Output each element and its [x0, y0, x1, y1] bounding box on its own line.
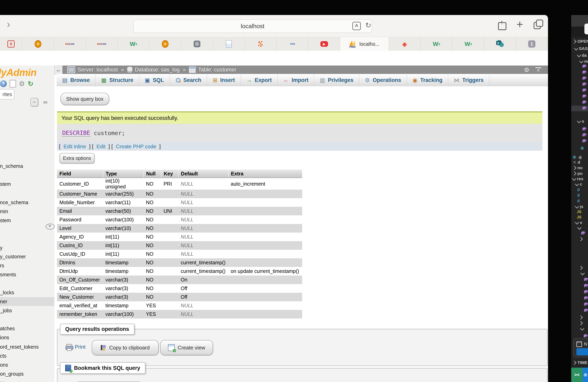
sidebar-item[interactable]: y — [0, 243, 54, 252]
sidebar-item[interactable]: nce_schema — [0, 198, 54, 207]
sidebar-item-selected[interactable]: ner — [0, 297, 54, 306]
explorer-row-sas-[interactable]: SAS- — [571, 46, 588, 51]
explorer-row[interactable] — [571, 76, 588, 81]
back-button[interactable]: ← — [54, 66, 63, 74]
explorer-row[interactable]: JS — [571, 209, 588, 215]
sidebar-item[interactable]: _locks — [0, 288, 54, 297]
sidebar-item[interactable]: on_groups — [0, 369, 54, 378]
explorer-row[interactable] — [571, 230, 588, 236]
explorer-row-d[interactable]: ≡d — [571, 159, 588, 165]
explorer-row[interactable] — [571, 64, 588, 69]
show-query-box-button[interactable]: Show query box — [60, 93, 109, 105]
browser-tab[interactable]: W3 — [118, 37, 149, 51]
explorer-row[interactable] — [571, 308, 588, 313]
pma-tab-operations[interactable]: ⚙Operations — [359, 74, 407, 86]
link-create-php-code[interactable]: Create PHP code — [116, 143, 156, 150]
explorer-row-s[interactable]: s — [571, 118, 588, 124]
new-tab-icon[interactable]: + — [516, 19, 523, 29]
explorer-row[interactable] — [571, 277, 588, 283]
translate-icon[interactable]: A — [352, 22, 361, 30]
sidebar-item[interactable]: rs — [0, 261, 54, 270]
explorer-row[interactable] — [571, 289, 588, 295]
forward-button[interactable]: › — [7, 18, 10, 30]
pma-tab-sql[interactable]: ▣SQL — [139, 74, 170, 86]
pma-tab-export[interactable]: →Export — [241, 74, 278, 86]
browser-tab[interactable] — [22, 37, 54, 51]
explorer-row[interactable]: # — [571, 198, 588, 204]
sidebar-item[interactable]: stem — [0, 180, 54, 188]
explorer-row-js[interactable]: js — [571, 204, 588, 209]
browser-tab-active[interactable]: PMAlocalho... — [340, 37, 389, 51]
sidebar-item[interactable]: min — [0, 207, 54, 216]
browser-tab[interactable]: SASLOG — [54, 37, 86, 51]
explorer-row-pu[interactable]: pu — [571, 171, 588, 176]
browser-tab[interactable]: ◈ — [389, 37, 420, 51]
browser-tab[interactable]: SASLOG — [86, 37, 118, 51]
browser-tab[interactable]: W3 — [452, 37, 484, 51]
explorer-row[interactable] — [571, 270, 588, 276]
browser-tab[interactable]: W3 — [420, 37, 452, 51]
explorer-row[interactable] — [571, 133, 588, 138]
sidebar-item[interactable]: y_customer — [0, 252, 54, 261]
breadcrumb-segment[interactable]: Table: customer — [189, 67, 236, 73]
explorer-row[interactable] — [571, 94, 588, 99]
explorer-row-time[interactable]: TIME — [571, 360, 588, 365]
explorer-row-da[interactable]: da — [571, 53, 588, 58]
copy-to-clipboard-button[interactable]: Copy to clipboard — [92, 340, 159, 355]
explorer-row[interactable] — [571, 138, 588, 144]
pma-tab-search[interactable]: Search — [170, 74, 207, 86]
problems-status-badge[interactable]: ⊗ — [583, 368, 588, 382]
explorer-row[interactable] — [571, 326, 588, 331]
collapse-all-icon[interactable]: – — [30, 98, 38, 106]
remote-status-badge[interactable]: >< — [571, 368, 583, 382]
breadcrumb-segment[interactable]: Server: localhost — [67, 66, 118, 73]
refresh-icon[interactable]: ↻ — [28, 80, 33, 87]
sidebar-item[interactable]: ons — [0, 361, 54, 369]
settings-icon[interactable]: ⚙ — [19, 80, 25, 87]
browser-tab[interactable]: ▶ — [308, 37, 340, 51]
explorer-row[interactable]: ◈ — [571, 145, 588, 151]
browser-tab[interactable]: THIN — [277, 37, 308, 51]
browser-tab[interactable] — [149, 37, 181, 51]
breadcrumb-segment[interactable]: Database: sas_log — [127, 67, 180, 73]
explorer-row-m[interactable]: m — [571, 58, 588, 64]
browser-tab[interactable]: S — [0, 37, 22, 51]
pma-tab-triggers[interactable]: ⋈Triggers — [448, 74, 489, 86]
browser-tab[interactable] — [245, 37, 277, 51]
explorer-row[interactable]: JS — [571, 214, 588, 220]
explorer-row[interactable]: # — [571, 192, 588, 198]
sidebar-item[interactable]: sments — [0, 270, 54, 279]
explorer-row[interactable] — [571, 265, 588, 270]
explorer-row[interactable] — [571, 100, 588, 105]
sidebar-item[interactable]: atches — [0, 324, 54, 333]
browser-tab[interactable]: G — [181, 37, 213, 51]
explorer-row-open[interactable]: OPEN — [571, 38, 588, 44]
sidebar-item[interactable]: cts — [0, 351, 54, 360]
explorer-row[interactable] — [571, 302, 588, 307]
home-icon[interactable] — [10, 80, 16, 88]
explorer-row-no[interactable]: no — [571, 165, 588, 171]
notification-action-button[interactable] — [576, 348, 588, 355]
url-bar[interactable]: localhost — [133, 19, 372, 33]
explorer-row-v[interactable]: v — [571, 220, 588, 225]
explorer-row[interactable] — [571, 295, 588, 301]
sidebar-item[interactable]: n_schema — [0, 162, 54, 171]
print-link[interactable]: Print — [66, 344, 85, 350]
sidebar-item[interactable]: ns — [0, 378, 54, 382]
explorer-row[interactable] — [571, 126, 588, 132]
view-eye-icon[interactable] — [46, 224, 55, 229]
page-settings-icon[interactable]: ⚙ — [524, 66, 529, 73]
create-view-button[interactable]: + Create view — [160, 340, 213, 355]
pma-tab-privileges[interactable]: ▥Privileges — [314, 74, 359, 86]
explorer-row[interactable] — [571, 225, 588, 230]
sidebar-item[interactable]: ord_reset_tokens — [0, 343, 54, 351]
explorer-row-c[interactable]: c — [571, 181, 588, 187]
explorer-row[interactable] — [571, 236, 588, 242]
explorer-row[interactable] — [571, 106, 588, 111]
sidebar-item[interactable]: _jobs — [0, 306, 54, 315]
pma-tab-tracking[interactable]: ◉Tracking — [407, 74, 448, 86]
link-icon[interactable]: ∞ — [43, 99, 47, 105]
reload-icon[interactable]: ↻ — [365, 22, 371, 30]
sidebar-item[interactable]: stem — [0, 216, 54, 225]
explorer-row[interactable] — [571, 283, 588, 289]
